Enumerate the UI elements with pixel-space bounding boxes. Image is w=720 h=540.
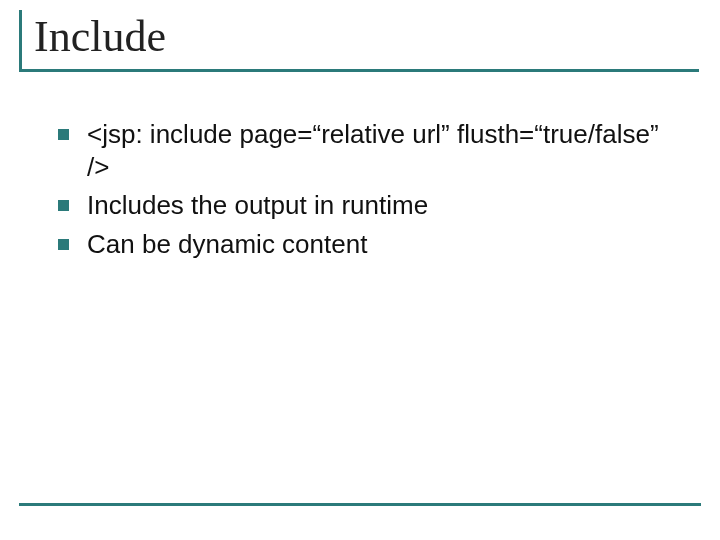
square-bullet-icon: [58, 200, 69, 211]
square-bullet-icon: [58, 129, 69, 140]
slide-title: Include: [34, 10, 699, 63]
bullet-text: Includes the output in runtime: [87, 189, 680, 222]
list-item: <jsp: include page=“relative url” flusth…: [58, 118, 680, 183]
bullet-text: Can be dynamic content: [87, 228, 680, 261]
list-item: Includes the output in runtime: [58, 189, 680, 222]
slide: Include <jsp: include page=“relative url…: [0, 0, 720, 540]
bullet-list: <jsp: include page=“relative url” flusth…: [58, 118, 680, 260]
bottom-divider: [19, 503, 701, 506]
bullet-text: <jsp: include page=“relative url” flusth…: [87, 118, 680, 183]
slide-body: <jsp: include page=“relative url” flusth…: [58, 118, 680, 266]
square-bullet-icon: [58, 239, 69, 250]
title-frame: Include: [19, 10, 699, 72]
list-item: Can be dynamic content: [58, 228, 680, 261]
